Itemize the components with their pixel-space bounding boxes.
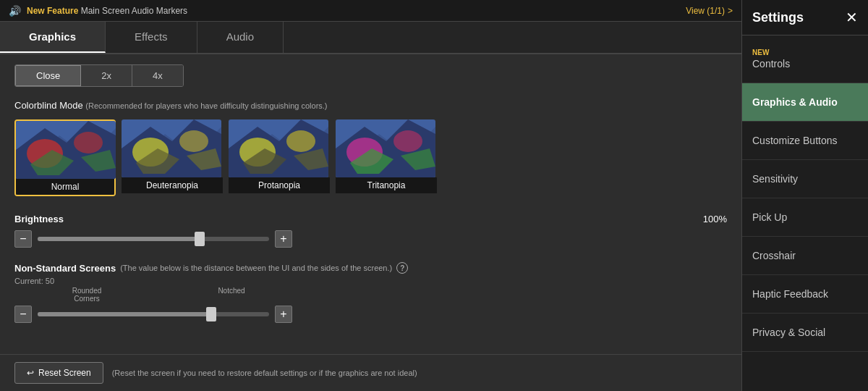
settings-title: Settings [752,10,804,25]
ns-thumb[interactable] [206,307,216,321]
sidebar-label-crosshair: Crosshair [752,250,796,261]
colorblind-label-normal: Normal [16,179,114,195]
ns-increase[interactable]: + [275,306,292,323]
tab-audio[interactable]: Audio [197,22,284,53]
colorblind-tritanopia[interactable]: Tritanopia [336,119,437,196]
content-area: Close 2x 4x Colorblind Mode (Recommended… [0,54,741,354]
brightness-slider-row: − + [14,230,727,248]
colorblind-title: Colorblind Mode (Recommended for players… [14,100,727,111]
view-btn-4x[interactable]: 4x [132,65,183,86]
speaker-icon: 🔊 [9,5,21,17]
view-btn-close[interactable]: Close [15,65,81,86]
sidebar-item-privacy[interactable]: Privacy & Social [742,314,868,352]
brightness-header: Brightness 100% [14,214,727,224]
ns-label-notched: Notched [210,287,253,303]
sidebar-label-haptic: Haptic Feedback [752,288,828,300]
sidebar-label-graphics-audio: Graphics & Audio [752,96,838,108]
colorblind-img-normal [16,121,116,179]
sidebar-label-controls: Controls [752,58,790,70]
new-badge-controls: NEW [752,49,858,56]
colorblind-protanopia[interactable]: Protanopia [229,119,330,196]
colorblind-options: Current Normal [14,119,727,196]
colorblind-label-tritanopia: Tritanopia [336,177,437,193]
reset-label: Reset Screen [38,368,91,378]
brightness-thumb[interactable] [195,232,205,246]
sidebar-item-sensitivity[interactable]: Sensitivity [742,160,868,198]
sidebar-item-controls[interactable]: NEW Controls [742,35,868,83]
reset-button[interactable]: ↩ Reset Screen [14,362,103,384]
non-standard-title: Non-Standard Screens (The value below is… [14,262,727,274]
settings-header: Settings ✕ [742,0,868,35]
sidebar-item-pickup[interactable]: Pick Up [742,198,868,237]
colorblind-normal[interactable]: Current Normal [14,119,116,196]
svg-point-25 [393,130,422,152]
sidebar-item-graphics-audio[interactable]: Graphics & Audio [742,83,868,122]
non-standard-section: Non-Standard Screens (The value below is… [14,262,727,323]
brightness-label: Brightness [14,214,64,224]
help-icon[interactable]: ? [396,262,408,274]
sidebar-item-crosshair[interactable]: Crosshair [742,237,868,275]
brightness-section: Brightness 100% − + [14,214,727,248]
brightness-decrease[interactable]: − [14,230,32,248]
notification-bar: 🔊 New Feature Main Screen Audio Markers … [0,0,741,22]
ns-labels: RoundedCorners Notched [14,287,282,303]
ns-fill [38,312,211,316]
notification-left: 🔊 New Feature Main Screen Audio Markers [9,5,187,17]
reset-note: (Reset the screen if you need to restore… [112,369,417,377]
notification-view[interactable]: View (1/1) > [686,6,733,16]
sidebar-label-sensitivity: Sensitivity [752,173,798,185]
reset-bar: ↩ Reset Screen (Reset the screen if you … [0,354,741,391]
colorblind-img-protanopia [229,119,328,177]
colorblind-section: Colorblind Mode (Recommended for players… [14,100,727,196]
sidebar: Settings ✕ NEW Controls Graphics & Audio… [741,0,868,391]
svg-point-4 [74,132,103,154]
brightness-increase[interactable]: + [275,230,292,248]
tab-effects[interactable]: Effects [106,22,197,53]
sidebar-item-haptic[interactable]: Haptic Feedback [742,275,868,314]
ns-label-rounded: RoundedCorners [58,287,116,303]
colorblind-deuteranopia[interactable]: Deuteranopia [122,119,223,196]
tab-graphics[interactable]: Graphics [0,22,106,53]
svg-point-18 [286,130,315,152]
notification-highlight: New Feature [27,6,78,16]
colorblind-img-tritanopia [336,119,435,177]
sidebar-menu: NEW Controls Graphics & Audio Customize … [742,35,868,391]
ns-slider-row: − + [14,306,727,323]
ns-track[interactable] [38,312,269,316]
svg-point-11 [179,130,208,152]
colorblind-label-protanopia: Protanopia [229,177,330,193]
sidebar-label-privacy: Privacy & Social [752,327,825,338]
brightness-value: 100% [703,214,727,224]
sidebar-label-customize: Customize Buttons [752,135,838,146]
notification-text: New Feature Main Screen Audio Markers [27,6,187,16]
reset-icon: ↩ [27,368,34,378]
brightness-track[interactable] [38,237,269,241]
sidebar-label-pickup: Pick Up [752,211,787,223]
settings-close-button[interactable]: ✕ [846,9,858,26]
ns-decrease[interactable]: − [14,306,32,323]
view-buttons: Close 2x 4x [14,64,184,87]
view-btn-2x[interactable]: 2x [81,65,132,86]
main-content: 🔊 New Feature Main Screen Audio Markers … [0,0,741,391]
ns-current-label: Current: 50 [14,277,727,285]
tab-bar: Graphics Effects Audio [0,22,741,54]
colorblind-label-deuteranopia: Deuteranopia [122,177,223,193]
sidebar-item-customize[interactable]: Customize Buttons [742,122,868,160]
colorblind-img-deuteranopia [122,119,221,177]
brightness-fill [38,237,200,241]
